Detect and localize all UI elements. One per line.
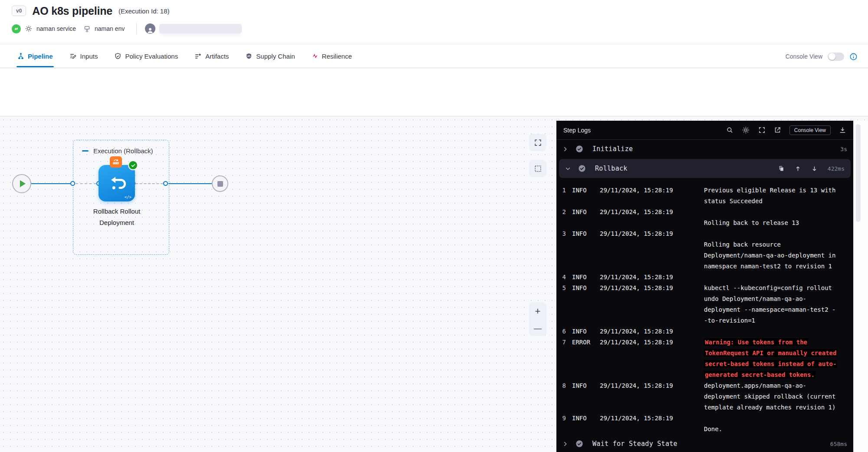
log-line: 5INFO29/11/2024, 15:28:19kubectl --kubec… — [562, 283, 853, 294]
tab-bar: Pipeline Inputs Policy Evaluations Artif… — [0, 44, 868, 68]
play-icon — [20, 180, 26, 187]
log-line: TokenRequest API or manually created — [562, 348, 853, 359]
page-title: AO k8s pipeline — [32, 5, 112, 17]
console-view-toggle[interactable] — [828, 53, 844, 61]
log-line: template already matches revision 1) — [562, 402, 853, 413]
tab-label: Policy Evaluations — [125, 53, 178, 60]
settings-gear-icon[interactable] — [742, 126, 750, 134]
log-line: 4INFO29/11/2024, 15:28:19 — [562, 272, 853, 283]
header-divider — [136, 23, 137, 34]
tab-resilience[interactable]: Resilience — [312, 53, 352, 60]
pipeline-icon — [17, 53, 24, 59]
log-line: 8INFO29/11/2024, 15:28:19deployment.apps… — [562, 380, 853, 391]
tab-label: Inputs — [80, 53, 98, 60]
step-row-initialize[interactable]: Initialize 3s — [556, 140, 853, 158]
supply-chain-shield-icon — [245, 53, 253, 60]
resilience-chaos-icon — [312, 53, 319, 59]
copy-icon[interactable] — [778, 165, 785, 172]
version-badge: v0 — [12, 6, 26, 16]
log-line: 6INFO29/11/2024, 15:28:19 — [562, 326, 853, 337]
check-circle-icon — [578, 165, 586, 172]
log-line: status Succeeded — [562, 196, 853, 207]
step-logs-panel: Step Logs Console View — [556, 121, 853, 452]
log-line: 7ERROR29/11/2024, 15:28:19Warning: Use t… — [562, 337, 853, 348]
tab-policy-evaluations[interactable]: Policy Evaluations — [114, 53, 178, 60]
start-node — [12, 174, 31, 193]
tab-supply-chain[interactable]: Supply Chain — [245, 53, 295, 60]
edge-start — [31, 183, 70, 184]
step-row-wait-for-steady-state[interactable]: Wait for Steady State 658ms — [556, 435, 853, 452]
fullscreen-icon[interactable] — [758, 126, 766, 134]
canvas-marquee-select-button[interactable] — [529, 160, 546, 177]
header-env-name[interactable]: naman env — [95, 25, 125, 32]
tab-label: Pipeline — [28, 53, 53, 60]
gear-icon — [25, 25, 33, 33]
tab-label: Supply Chain — [256, 53, 295, 60]
canvas-zoom-controls: + — — [529, 302, 546, 336]
stage-summary-bar: s1 Started at: 29/11/2024, 15:27:56 Dura… — [0, 68, 868, 116]
zoom-out-button[interactable]: — — [534, 324, 542, 332]
step-label: Initialize — [592, 145, 633, 153]
node-label: Rollback Rollout Deployment — [73, 206, 160, 228]
arrow-up-icon[interactable] — [795, 165, 801, 172]
log-line: Rolling back to release 13 — [562, 218, 853, 228]
artifacts-icon — [194, 53, 202, 60]
log-line: Rolling back resource — [562, 239, 853, 250]
end-node — [212, 175, 228, 192]
log-line: deployment skipped rollback (current — [562, 391, 853, 402]
tab-artifacts[interactable]: Artifacts — [194, 53, 229, 60]
log-line: 3INFO29/11/2024, 15:28:19 — [562, 228, 853, 239]
log-line: 9INFO29/11/2024, 15:28:19 — [562, 413, 853, 424]
log-lines: 1INFO29/11/2024, 15:28:19Previous eligib… — [556, 179, 853, 435]
code-mark: </> — [125, 195, 132, 199]
edge-dashed-left — [76, 183, 96, 184]
step-duration: 3s — [840, 146, 847, 152]
avatar — [145, 23, 155, 34]
canvas-fullscreen-button[interactable] — [529, 134, 546, 151]
stop-icon — [217, 181, 223, 187]
download-icon[interactable] — [839, 126, 846, 134]
tab-label: Resilience — [322, 53, 352, 60]
redacted-user-email — [159, 24, 242, 33]
inputs-icon — [69, 53, 77, 60]
step-row-rollback[interactable]: Rollback 422ms — [559, 159, 851, 178]
execution-id: (Execution Id: 18) — [118, 7, 170, 15]
tab-label: Artifacts — [205, 53, 229, 60]
log-line: -to-revision=1 — [562, 315, 853, 326]
arrow-down-icon[interactable] — [811, 165, 818, 172]
rollback-step-node[interactable]: </> — [99, 165, 135, 201]
toggle-knob — [829, 53, 835, 60]
tab-inputs[interactable]: Inputs — [69, 53, 98, 60]
header: v0 AO k8s pipeline (Execution Id: 18) — [12, 3, 169, 18]
collapse-icon[interactable] — [82, 150, 89, 152]
connector-port — [163, 181, 168, 186]
environment-icon — [83, 25, 91, 33]
pipeline-execution-page: v0 AO k8s pipeline (Execution Id: 18) na… — [0, 0, 868, 452]
execution-group-title[interactable]: Execution (Rollback) — [93, 147, 153, 155]
external-link-icon[interactable] — [774, 126, 781, 134]
scrollbar-thumb[interactable] — [856, 124, 861, 222]
log-line: Deployment/naman-qa-ao-deployment in — [562, 250, 853, 261]
step-logs-title: Step Logs — [563, 127, 591, 134]
edge-dashed-right — [135, 183, 163, 184]
search-icon[interactable] — [726, 126, 733, 134]
log-line: secret-based tokens instead of auto- — [562, 359, 853, 370]
connector-port — [70, 181, 75, 186]
log-line: 2INFO29/11/2024, 15:28:19 — [562, 207, 853, 218]
success-check-badge — [128, 160, 138, 170]
header-service-name[interactable]: naman service — [36, 25, 76, 32]
log-scrollbar[interactable] — [853, 121, 868, 452]
tab-pipeline[interactable]: Pipeline — [17, 53, 53, 60]
zoom-in-button[interactable]: + — [535, 307, 541, 316]
chevron-right-icon — [562, 441, 568, 447]
step-duration: 658ms — [830, 441, 847, 447]
info-icon[interactable] — [849, 53, 858, 61]
edge-end — [168, 183, 212, 184]
chevron-down-icon — [565, 166, 571, 172]
log-line: namespace naman-test2 to revision 1 — [562, 261, 853, 272]
step-duration: 422ms — [828, 165, 845, 172]
rollback-arrow-icon — [107, 173, 127, 193]
check-circle-icon — [575, 145, 583, 153]
console-view-button[interactable]: Console View — [789, 125, 831, 135]
log-line: generated secret-based tokens. — [562, 370, 853, 380]
